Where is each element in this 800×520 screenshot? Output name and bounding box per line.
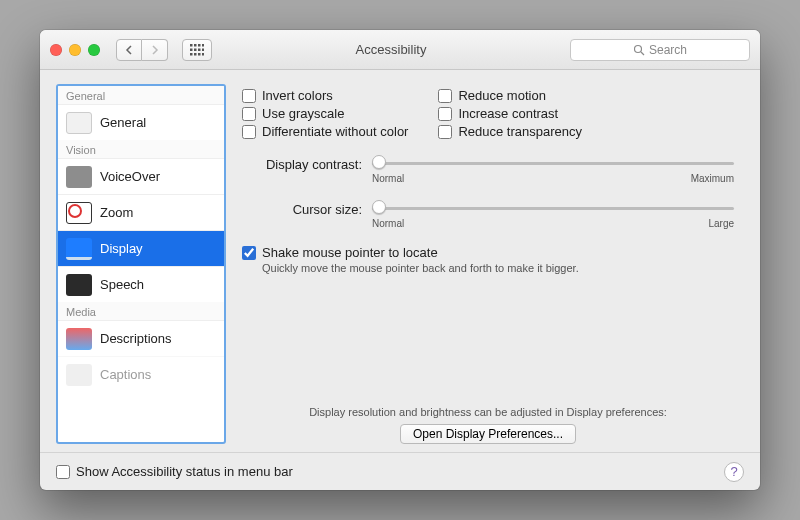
footer: Show Accessibility status in menu bar ? bbox=[40, 452, 760, 490]
search-icon bbox=[633, 44, 645, 56]
back-button[interactable] bbox=[116, 39, 142, 61]
sidebar-item-label: VoiceOver bbox=[100, 169, 160, 184]
checkbox[interactable] bbox=[242, 125, 256, 139]
category-sidebar: General General Vision VoiceOver Zoom bbox=[56, 84, 226, 444]
section-general: General bbox=[58, 86, 224, 104]
slider-label: Cursor size: bbox=[242, 200, 362, 217]
cursor-size-slider: Cursor size: Normal Large bbox=[242, 200, 734, 229]
check-shake-to-locate[interactable]: Shake mouse pointer to locate bbox=[242, 245, 734, 260]
svg-rect-3 bbox=[202, 44, 204, 47]
sidebar-item-label: Speech bbox=[100, 277, 144, 292]
check-show-status-menubar[interactable]: Show Accessibility status in menu bar bbox=[56, 464, 293, 479]
check-differentiate-without-color[interactable]: Differentiate without color bbox=[242, 124, 408, 139]
open-display-preferences-button[interactable]: Open Display Preferences... bbox=[400, 424, 576, 444]
sidebar-item-label: Zoom bbox=[100, 205, 133, 220]
slider-thumb[interactable] bbox=[372, 200, 386, 214]
display-contrast-slider: Display contrast: Normal Maximum bbox=[242, 155, 734, 184]
check-use-grayscale[interactable]: Use grayscale bbox=[242, 106, 408, 121]
zoom-icon bbox=[66, 202, 92, 224]
help-icon: ? bbox=[730, 464, 737, 479]
forward-button[interactable] bbox=[142, 39, 168, 61]
svg-rect-7 bbox=[202, 48, 204, 51]
check-reduce-transparency[interactable]: Reduce transparency bbox=[438, 124, 582, 139]
window-title: Accessibility bbox=[220, 42, 562, 57]
checkbox[interactable] bbox=[242, 246, 256, 260]
svg-rect-10 bbox=[198, 53, 201, 56]
checkbox[interactable] bbox=[438, 89, 452, 103]
sidebar-item-zoom[interactable]: Zoom bbox=[58, 194, 224, 230]
captions-icon bbox=[66, 364, 92, 386]
speech-icon bbox=[66, 274, 92, 296]
svg-rect-5 bbox=[194, 48, 197, 51]
checkbox[interactable] bbox=[242, 107, 256, 121]
svg-line-13 bbox=[641, 52, 644, 55]
nav-back-forward bbox=[116, 39, 168, 61]
svg-rect-0 bbox=[190, 44, 193, 47]
check-reduce-motion[interactable]: Reduce motion bbox=[438, 88, 582, 103]
sidebar-item-descriptions[interactable]: Descriptions bbox=[58, 320, 224, 356]
checkbox[interactable] bbox=[438, 107, 452, 121]
search-placeholder: Search bbox=[649, 43, 687, 57]
sidebar-item-voiceover[interactable]: VoiceOver bbox=[58, 158, 224, 194]
check-invert-colors[interactable]: Invert colors bbox=[242, 88, 408, 103]
check-increase-contrast[interactable]: Increase contrast bbox=[438, 106, 582, 121]
slider-label: Display contrast: bbox=[242, 155, 362, 172]
window-controls bbox=[50, 44, 100, 56]
slider-track[interactable] bbox=[372, 200, 734, 216]
sidebar-item-captions[interactable]: Captions bbox=[58, 356, 224, 392]
display-pane: Invert colors Use grayscale Differentiat… bbox=[238, 84, 744, 444]
preferences-window: Accessibility Search General General Vis… bbox=[40, 30, 760, 490]
search-input[interactable]: Search bbox=[570, 39, 750, 61]
zoom-window-icon[interactable] bbox=[88, 44, 100, 56]
slider-thumb[interactable] bbox=[372, 155, 386, 169]
descriptions-icon bbox=[66, 328, 92, 350]
show-all-button[interactable] bbox=[182, 39, 212, 61]
minimize-icon[interactable] bbox=[69, 44, 81, 56]
svg-rect-1 bbox=[194, 44, 197, 47]
section-media: Media bbox=[58, 302, 224, 320]
display-icon bbox=[66, 238, 92, 260]
svg-point-12 bbox=[634, 45, 641, 52]
svg-rect-6 bbox=[198, 48, 201, 51]
checkbox[interactable] bbox=[56, 465, 70, 479]
slider-max: Large bbox=[708, 218, 734, 229]
svg-rect-8 bbox=[190, 53, 193, 56]
help-button[interactable]: ? bbox=[724, 462, 744, 482]
slider-min: Normal bbox=[372, 218, 404, 229]
display-note: Display resolution and brightness can be… bbox=[242, 392, 734, 418]
grid-icon bbox=[190, 44, 204, 56]
svg-rect-2 bbox=[198, 44, 201, 47]
svg-rect-11 bbox=[202, 53, 204, 56]
sidebar-item-label: Display bbox=[100, 241, 143, 256]
checkbox[interactable] bbox=[242, 89, 256, 103]
shake-hint: Quickly move the mouse pointer back and … bbox=[262, 262, 734, 274]
svg-rect-9 bbox=[194, 53, 197, 56]
sidebar-item-speech[interactable]: Speech bbox=[58, 266, 224, 302]
sidebar-item-label: General bbox=[100, 115, 146, 130]
slider-min: Normal bbox=[372, 173, 404, 184]
svg-rect-4 bbox=[190, 48, 193, 51]
titlebar: Accessibility Search bbox=[40, 30, 760, 70]
general-icon bbox=[66, 112, 92, 134]
section-vision: Vision bbox=[58, 140, 224, 158]
slider-max: Maximum bbox=[691, 173, 734, 184]
sidebar-item-label: Descriptions bbox=[100, 331, 172, 346]
sidebar-item-general[interactable]: General bbox=[58, 104, 224, 140]
checkbox[interactable] bbox=[438, 125, 452, 139]
sidebar-item-display[interactable]: Display bbox=[58, 230, 224, 266]
sidebar-item-label: Captions bbox=[100, 367, 151, 382]
slider-track[interactable] bbox=[372, 155, 734, 171]
close-icon[interactable] bbox=[50, 44, 62, 56]
voiceover-icon bbox=[66, 166, 92, 188]
